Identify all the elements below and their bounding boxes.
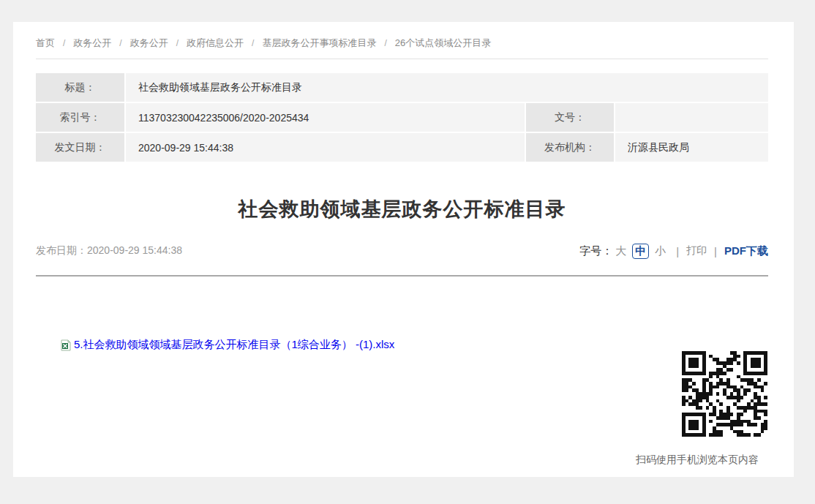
breadcrumb-separator: / — [63, 38, 65, 48]
fontsize-small-button[interactable]: 小 — [655, 244, 666, 258]
fontsize-label: 字号： — [579, 244, 612, 258]
fontsize-large-button[interactable]: 大 — [615, 244, 626, 258]
excel-file-icon — [60, 339, 72, 351]
publish-date-value: 2020-09-29 15:44:38 — [87, 244, 182, 256]
meta-title-value: 社会救助领域基层政务公开标准目录 — [126, 73, 768, 102]
page-title: 社会救助领域基层政务公开标准目录 — [36, 196, 768, 222]
publish-date-label: 发布日期： — [36, 244, 87, 256]
breadcrumb-item-zwgk-2[interactable]: 政务公开 — [130, 37, 168, 50]
breadcrumb-item-gov-info[interactable]: 政府信息公开 — [187, 37, 244, 50]
meta-index-value: 113703230042235006/2020-2025434 — [126, 103, 525, 132]
article-meta-bar: 发布日期：2020-09-29 15:44:38 字号： 大 中 小 | 打印 … — [36, 242, 768, 260]
breadcrumb-item-pilot-catalog[interactable]: 26个试点领域公开目录 — [395, 37, 491, 50]
breadcrumb-divider — [36, 59, 768, 59]
breadcrumb-item-home[interactable]: 首页 — [36, 37, 55, 50]
article-body: 5.社会救助领域领域基层政务公开标准目录（1综合业务） -(1).xlsx 扫码… — [36, 277, 768, 467]
breadcrumb-separator: / — [176, 38, 179, 48]
publish-date: 发布日期：2020-09-29 15:44:38 — [36, 244, 182, 257]
meta-issuedate-value: 2020-09-29 15:44:38 — [126, 133, 525, 162]
breadcrumb-item-standard-catalog[interactable]: 基层政务公开事项标准目录 — [262, 37, 376, 50]
attachment-row: 5.社会救助领域领域基层政务公开标准目录（1综合业务） -(1).xlsx — [60, 338, 394, 352]
breadcrumb-separator: / — [119, 38, 121, 48]
meta-docnum-label: 文号： — [526, 103, 614, 132]
breadcrumb-separator: / — [252, 38, 254, 48]
meta-index-label: 索引号： — [36, 103, 124, 132]
breadcrumb-separator: / — [384, 38, 386, 48]
print-button[interactable]: 打印 — [686, 244, 707, 257]
fontsize-medium-button[interactable]: 中 — [632, 244, 649, 259]
breadcrumb: 首页 / 政务公开 / 政务公开 / 政府信息公开 / 基层政务公开事项标准目录… — [36, 37, 768, 50]
content-card: 首页 / 政务公开 / 政务公开 / 政府信息公开 / 基层政务公开事项标准目录… — [13, 22, 794, 477]
meta-title-label: 标题： — [36, 73, 124, 102]
meta-issuedate-label: 发文日期： — [36, 133, 124, 162]
meta-agency-value: 沂源县民政局 — [615, 133, 768, 162]
qr-code — [682, 351, 767, 437]
tool-separator: | — [676, 245, 679, 257]
document-meta-table: 标题： 社会救助领域基层政务公开标准目录 索引号： 11370323004223… — [36, 73, 768, 162]
qr-caption: 扫码使用手机浏览本页内容 — [627, 454, 767, 467]
pdf-download-button[interactable]: PDF下载 — [724, 244, 768, 258]
attachment-link[interactable]: 5.社会救助领域领域基层政务公开标准目录（1综合业务） -(1).xlsx — [74, 338, 394, 352]
qr-block: 扫码使用手机浏览本页内容 — [627, 351, 767, 467]
article-tools: 字号： 大 中 小 | 打印 | PDF下载 — [579, 244, 768, 259]
meta-docnum-value — [615, 103, 768, 132]
meta-agency-label: 发布机构： — [526, 133, 614, 162]
tool-separator: | — [714, 245, 717, 257]
breadcrumb-item-zwgk-1[interactable]: 政务公开 — [73, 37, 111, 50]
